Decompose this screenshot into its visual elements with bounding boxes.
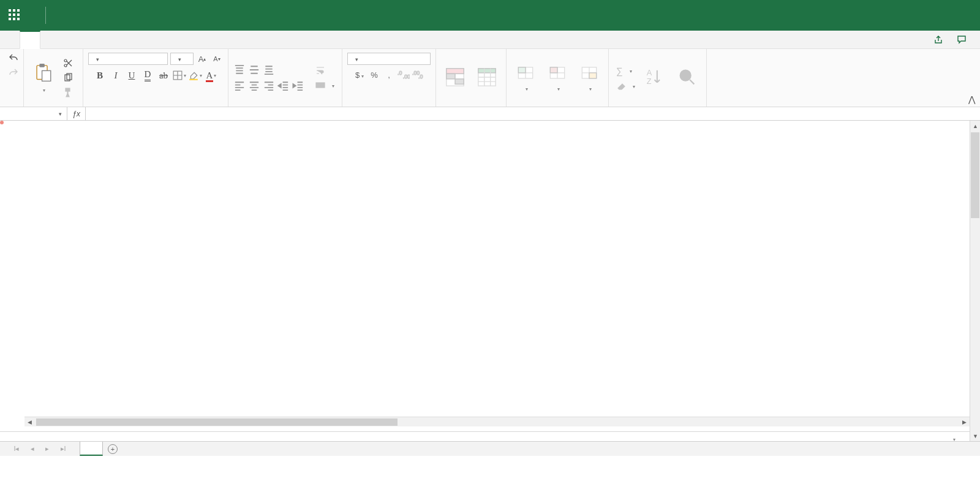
accounting-format-button[interactable]: $ bbox=[353, 69, 366, 81]
fill-color-button[interactable] bbox=[189, 69, 202, 82]
chevron-down-icon bbox=[631, 81, 635, 90]
collapse-ribbon-button[interactable]: ⋀ bbox=[968, 94, 975, 104]
borders-button[interactable] bbox=[173, 69, 186, 82]
svg-rect-7 bbox=[66, 88, 70, 91]
font-name-combo[interactable] bbox=[88, 53, 168, 65]
bold-button[interactable]: B bbox=[93, 69, 107, 82]
tab-review[interactable] bbox=[80, 31, 99, 48]
copy-icon bbox=[63, 73, 73, 83]
scroll-left-button[interactable]: ◀ bbox=[24, 419, 35, 425]
align-left-button[interactable] bbox=[233, 80, 246, 92]
font-size-combo[interactable] bbox=[170, 53, 194, 65]
comma-format-button[interactable]: , bbox=[383, 69, 395, 81]
ribbon-tabs bbox=[0, 31, 980, 49]
svg-rect-1 bbox=[39, 64, 45, 67]
chevron-down-icon[interactable] bbox=[556, 85, 560, 93]
grow-font-button[interactable]: A▴ bbox=[196, 53, 208, 65]
group-alignment bbox=[228, 49, 342, 107]
format-cells-icon bbox=[579, 62, 600, 81]
formula-bar: ▾ ƒx bbox=[0, 107, 980, 121]
align-right-button[interactable] bbox=[263, 80, 275, 92]
name-box[interactable]: ▾ bbox=[0, 107, 67, 120]
document-title bbox=[74, 9, 960, 21]
conditional-formatting-button[interactable] bbox=[441, 64, 469, 91]
autosum-button[interactable]: ∑ bbox=[614, 64, 635, 77]
underline-button[interactable]: U bbox=[125, 69, 138, 82]
undo-icon[interactable] bbox=[9, 53, 18, 62]
tab-insert[interactable] bbox=[40, 31, 60, 48]
cut-button[interactable] bbox=[61, 57, 78, 69]
redo-icon[interactable] bbox=[9, 67, 18, 77]
double-underline-button[interactable]: D bbox=[141, 69, 154, 82]
fx-icon[interactable]: ƒx bbox=[67, 107, 86, 120]
chevron-down-icon[interactable]: ▾ bbox=[56, 111, 64, 117]
tab-data[interactable] bbox=[60, 31, 80, 48]
shrink-font-button[interactable]: A▾ bbox=[211, 53, 223, 65]
formula-input[interactable] bbox=[86, 107, 980, 120]
delete-cells-button[interactable] bbox=[543, 60, 571, 95]
format-painter-button[interactable] bbox=[61, 86, 78, 99]
format-as-table-button[interactable] bbox=[473, 64, 501, 91]
breadcrumb[interactable] bbox=[58, 10, 66, 20]
font-color-button[interactable]: A bbox=[205, 69, 218, 82]
sheet-first-button[interactable]: I◂ bbox=[13, 445, 19, 453]
chevron-down-icon[interactable] bbox=[524, 85, 528, 93]
comments-button[interactable] bbox=[957, 31, 970, 48]
tab-view[interactable] bbox=[99, 31, 119, 48]
percent-format-button[interactable]: % bbox=[368, 69, 380, 81]
find-select-button[interactable] bbox=[673, 64, 701, 91]
scroll-thumb[interactable] bbox=[971, 132, 979, 218]
merge-icon bbox=[315, 80, 325, 90]
group-font: A▴ A▾ B I U D ab A bbox=[83, 49, 228, 107]
format-cells-button[interactable] bbox=[575, 60, 603, 95]
strikethrough-button[interactable]: ab bbox=[157, 69, 170, 82]
group-undo bbox=[4, 49, 24, 107]
share-button[interactable] bbox=[933, 31, 947, 48]
scroll-track[interactable] bbox=[35, 418, 959, 426]
open-in-excel-link[interactable] bbox=[163, 31, 183, 48]
svg-point-4 bbox=[64, 59, 67, 62]
svg-rect-18 bbox=[455, 79, 464, 85]
app-launcher-icon[interactable] bbox=[9, 9, 21, 21]
scroll-down-button[interactable]: ▼ bbox=[970, 431, 980, 441]
scroll-thumb[interactable] bbox=[36, 418, 398, 426]
horizontal-scrollbar[interactable] bbox=[24, 446, 969, 456]
align-middle-button[interactable] bbox=[248, 64, 260, 76]
highlight-box bbox=[0, 121, 4, 124]
tell-me-search[interactable] bbox=[143, 31, 163, 48]
scroll-up-button[interactable]: ▲ bbox=[970, 121, 980, 131]
svg-text:.0: .0 bbox=[398, 70, 402, 76]
align-bottom-button[interactable] bbox=[263, 64, 275, 76]
name-box-input[interactable] bbox=[2, 109, 56, 119]
tab-home[interactable] bbox=[20, 31, 40, 49]
vertical-scrollbar[interactable]: ▲ ▼ bbox=[970, 121, 980, 441]
chevron-down-icon[interactable] bbox=[587, 85, 592, 93]
svg-point-29 bbox=[680, 70, 691, 81]
wrap-text-button[interactable] bbox=[313, 64, 330, 77]
scroll-track[interactable] bbox=[970, 131, 980, 431]
align-top-button[interactable] bbox=[233, 64, 246, 76]
align-center-button[interactable] bbox=[248, 80, 260, 92]
italic-button[interactable]: I bbox=[109, 69, 123, 82]
insert-cells-button[interactable] bbox=[511, 60, 540, 95]
clear-button[interactable] bbox=[614, 80, 638, 92]
merge-center-button[interactable] bbox=[313, 79, 337, 91]
svg-text:A: A bbox=[647, 68, 652, 77]
tab-file[interactable] bbox=[0, 31, 20, 48]
svg-text:.00: .00 bbox=[403, 74, 410, 80]
decrease-indent-button[interactable] bbox=[277, 80, 290, 92]
sheet-tab-bar: I◂ ◂ ▸ ▸I + bbox=[0, 441, 980, 456]
svg-rect-17 bbox=[447, 74, 455, 78]
scroll-right-button[interactable]: ▶ bbox=[959, 419, 970, 425]
comment-icon bbox=[957, 35, 967, 45]
horizontal-scrollbar[interactable]: ◀ ▶ bbox=[24, 417, 970, 426]
paste-dropdown-icon[interactable] bbox=[41, 86, 45, 94]
decrease-decimal-button[interactable]: .00.0 bbox=[412, 69, 424, 81]
number-format-combo[interactable] bbox=[347, 53, 431, 65]
increase-indent-button[interactable] bbox=[292, 80, 304, 92]
paste-button[interactable] bbox=[29, 59, 57, 97]
increase-decimal-button[interactable]: .0.00 bbox=[398, 69, 410, 81]
svg-rect-24 bbox=[550, 67, 557, 73]
copy-button[interactable] bbox=[61, 72, 78, 84]
sort-filter-button[interactable]: AZ bbox=[641, 64, 669, 91]
